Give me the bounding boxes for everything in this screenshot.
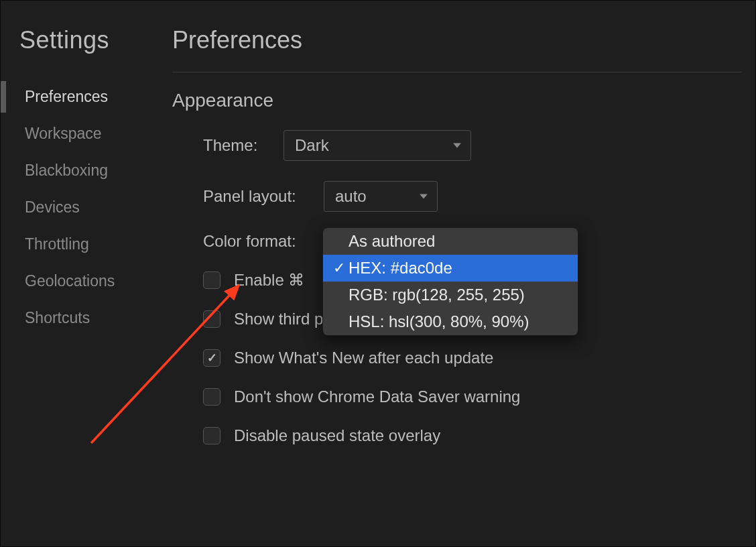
sidebar-item-throttling[interactable]: Throttling — [19, 226, 155, 263]
panel-layout-row: Panel layout: auto — [172, 181, 742, 212]
option-label: HSL: hsl(300, 80%, 90%) — [349, 312, 529, 331]
color-format-label: Color format: — [203, 232, 324, 251]
theme-value: Dark — [295, 136, 329, 154]
option-label: HEX: #dac0de — [349, 259, 452, 278]
color-format-dropdown[interactable]: ✓ As authored ✓ HEX: #dac0de ✓ RGB: rgb(… — [322, 227, 578, 336]
sidebar-item-blackboxing[interactable]: Blackboxing — [19, 152, 155, 189]
data-saver-warning-label: Don't show Chrome Data Saver warning — [234, 387, 520, 406]
sidebar-item-geolocations[interactable]: Geolocations — [19, 263, 155, 300]
settings-sidebar: Settings Preferences Workspace Blackboxi… — [1, 1, 155, 546]
settings-window: Settings Preferences Workspace Blackboxi… — [0, 0, 756, 547]
page-title: Preferences — [172, 26, 742, 72]
enable-cmd-label: Enable ⌘ — [234, 271, 304, 290]
paused-overlay-label: Disable paused state overlay — [234, 426, 440, 445]
panel-layout-value: auto — [335, 187, 367, 205]
theme-select[interactable]: Dark — [284, 130, 471, 161]
sidebar-item-workspace[interactable]: Workspace — [19, 115, 155, 152]
chevron-down-icon — [420, 194, 428, 199]
enable-cmd-checkbox[interactable] — [203, 271, 220, 289]
option-label: As authored — [349, 232, 435, 251]
chevron-down-icon — [453, 143, 461, 148]
color-format-option-hex[interactable]: ✓ HEX: #dac0de — [323, 255, 578, 282]
sidebar-title: Settings — [19, 26, 155, 54]
whats-new-row: Show What's New after each update — [172, 349, 742, 367]
color-format-option-as-authored[interactable]: ✓ As authored — [323, 228, 578, 255]
theme-row: Theme: Dark — [172, 130, 742, 161]
paused-overlay-row: Disable paused state overlay — [172, 426, 742, 445]
sidebar-item-preferences[interactable]: Preferences — [19, 78, 155, 115]
panel-layout-label: Panel layout: — [203, 187, 324, 206]
whats-new-checkbox[interactable] — [203, 349, 220, 367]
third-party-badges-checkbox[interactable] — [203, 310, 220, 328]
option-label: RGB: rgb(128, 255, 255) — [349, 286, 525, 304]
paused-overlay-checkbox[interactable] — [203, 427, 220, 444]
panel-layout-select[interactable]: auto — [324, 181, 438, 212]
sidebar-item-devices[interactable]: Devices — [19, 189, 155, 226]
whats-new-label: Show What's New after each update — [234, 349, 493, 367]
sidebar-item-shortcuts[interactable]: Shortcuts — [19, 300, 155, 337]
color-format-option-rgb[interactable]: ✓ RGB: rgb(128, 255, 255) — [323, 282, 578, 308]
color-format-option-hsl[interactable]: ✓ HSL: hsl(300, 80%, 90%) — [323, 308, 578, 335]
check-icon: ✓ — [330, 259, 349, 277]
data-saver-warning-row: Don't show Chrome Data Saver warning — [172, 387, 742, 406]
data-saver-warning-checkbox[interactable] — [203, 388, 220, 406]
section-title-appearance: Appearance — [172, 90, 742, 111]
theme-label: Theme: — [203, 136, 284, 155]
